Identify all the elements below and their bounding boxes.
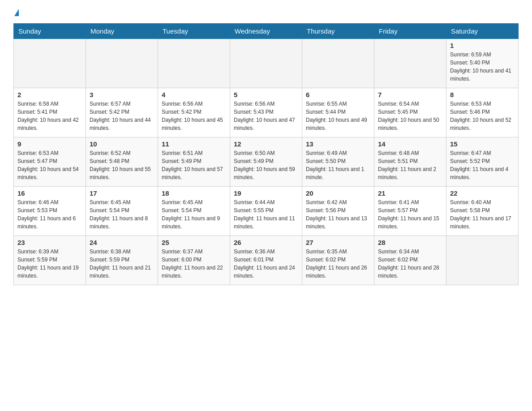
day-info: Sunrise: 6:55 AMSunset: 5:44 PMDaylight:… (306, 100, 370, 132)
day-info: Sunrise: 6:34 AMSunset: 6:02 PMDaylight:… (378, 248, 442, 280)
day-info: Sunrise: 6:52 AMSunset: 5:48 PMDaylight:… (90, 149, 154, 181)
day-info: Sunrise: 6:47 AMSunset: 5:52 PMDaylight:… (450, 149, 515, 181)
day-info: Sunrise: 6:35 AMSunset: 6:02 PMDaylight:… (306, 248, 370, 280)
day-number: 22 (450, 189, 515, 197)
calendar-cell: 7Sunrise: 6:54 AMSunset: 5:45 PMDaylight… (374, 88, 446, 137)
calendar-cell: 4Sunrise: 6:56 AMSunset: 5:42 PMDaylight… (158, 88, 230, 137)
day-info: Sunrise: 6:37 AMSunset: 6:00 PMDaylight:… (162, 248, 226, 280)
calendar-cell: 10Sunrise: 6:52 AMSunset: 5:48 PMDayligh… (86, 137, 158, 187)
day-header-thursday: Thursday (302, 24, 374, 39)
day-info: Sunrise: 6:58 AMSunset: 5:41 PMDaylight:… (17, 100, 82, 132)
calendar-cell (302, 39, 374, 88)
calendar-cell: 6Sunrise: 6:55 AMSunset: 5:44 PMDaylight… (302, 88, 374, 137)
calendar-cell: 13Sunrise: 6:49 AMSunset: 5:50 PMDayligh… (302, 137, 374, 187)
day-number: 20 (306, 189, 370, 197)
calendar-cell: 18Sunrise: 6:45 AMSunset: 5:54 PMDayligh… (158, 187, 230, 236)
day-number: 25 (162, 239, 226, 246)
day-info: Sunrise: 6:56 AMSunset: 5:42 PMDaylight:… (162, 100, 226, 132)
calendar-cell (374, 39, 446, 88)
calendar-cell (86, 39, 158, 88)
day-number: 11 (162, 140, 226, 148)
day-number: 8 (450, 91, 515, 98)
day-info: Sunrise: 6:49 AMSunset: 5:50 PMDaylight:… (306, 149, 370, 181)
day-number: 17 (90, 189, 154, 197)
calendar-cell: 15Sunrise: 6:47 AMSunset: 5:52 PMDayligh… (446, 137, 519, 187)
day-info: Sunrise: 6:56 AMSunset: 5:43 PMDaylight:… (234, 100, 298, 132)
day-number: 24 (90, 239, 154, 246)
calendar-cell: 1Sunrise: 6:59 AMSunset: 5:40 PMDaylight… (446, 39, 519, 88)
day-info: Sunrise: 6:40 AMSunset: 5:58 PMDaylight:… (450, 198, 515, 231)
day-number: 12 (234, 140, 298, 148)
day-number: 7 (378, 91, 442, 98)
day-info: Sunrise: 6:48 AMSunset: 5:51 PMDaylight:… (378, 149, 442, 181)
day-header-saturday: Saturday (446, 24, 519, 39)
calendar-cell: 14Sunrise: 6:48 AMSunset: 5:51 PMDayligh… (374, 137, 446, 187)
day-number: 5 (234, 91, 298, 98)
calendar-cell: 27Sunrise: 6:35 AMSunset: 6:02 PMDayligh… (302, 236, 374, 285)
day-number: 13 (306, 140, 370, 148)
calendar-table: SundayMondayTuesdayWednesdayThursdayFrid… (13, 23, 519, 285)
day-info: Sunrise: 6:53 AMSunset: 5:46 PMDaylight:… (450, 100, 515, 132)
calendar-cell: 26Sunrise: 6:36 AMSunset: 6:01 PMDayligh… (230, 236, 302, 285)
day-number: 21 (378, 189, 442, 197)
calendar-cell: 21Sunrise: 6:41 AMSunset: 5:57 PMDayligh… (374, 187, 446, 236)
day-number: 14 (378, 140, 442, 148)
day-number: 16 (17, 189, 82, 197)
calendar-cell: 16Sunrise: 6:46 AMSunset: 5:53 PMDayligh… (14, 187, 86, 236)
day-number: 19 (234, 189, 298, 197)
calendar-cell: 20Sunrise: 6:42 AMSunset: 5:56 PMDayligh… (302, 187, 374, 236)
page-header (13, 9, 519, 16)
day-header-wednesday: Wednesday (230, 24, 302, 39)
day-info: Sunrise: 6:46 AMSunset: 5:53 PMDaylight:… (17, 198, 82, 231)
day-info: Sunrise: 6:42 AMSunset: 5:56 PMDaylight:… (306, 198, 370, 231)
calendar-cell: 3Sunrise: 6:57 AMSunset: 5:42 PMDaylight… (86, 88, 158, 137)
calendar-cell (230, 39, 302, 88)
day-number: 26 (234, 239, 298, 246)
day-number: 18 (162, 189, 226, 197)
calendar-week-row: 2Sunrise: 6:58 AMSunset: 5:41 PMDaylight… (14, 88, 519, 137)
day-number: 10 (90, 140, 154, 148)
day-info: Sunrise: 6:44 AMSunset: 5:55 PMDaylight:… (234, 198, 298, 231)
calendar-cell: 25Sunrise: 6:37 AMSunset: 6:00 PMDayligh… (158, 236, 230, 285)
calendar-cell: 11Sunrise: 6:51 AMSunset: 5:49 PMDayligh… (158, 137, 230, 187)
calendar-header-row: SundayMondayTuesdayWednesdayThursdayFrid… (14, 24, 519, 39)
day-info: Sunrise: 6:45 AMSunset: 5:54 PMDaylight:… (162, 198, 226, 231)
calendar-cell: 28Sunrise: 6:34 AMSunset: 6:02 PMDayligh… (374, 236, 446, 285)
calendar-cell (446, 236, 519, 285)
day-info: Sunrise: 6:59 AMSunset: 5:40 PMDaylight:… (450, 51, 515, 83)
calendar-cell: 22Sunrise: 6:40 AMSunset: 5:58 PMDayligh… (446, 187, 519, 236)
calendar-cell: 8Sunrise: 6:53 AMSunset: 5:46 PMDaylight… (446, 88, 519, 137)
day-info: Sunrise: 6:39 AMSunset: 5:59 PMDaylight:… (17, 248, 82, 280)
day-number: 3 (90, 91, 154, 98)
logo-triangle-icon (14, 9, 19, 16)
calendar-cell (158, 39, 230, 88)
day-number: 27 (306, 239, 370, 246)
day-header-monday: Monday (86, 24, 158, 39)
calendar-week-row: 1Sunrise: 6:59 AMSunset: 5:40 PMDaylight… (14, 39, 519, 88)
calendar-cell: 23Sunrise: 6:39 AMSunset: 5:59 PMDayligh… (14, 236, 86, 285)
day-info: Sunrise: 6:36 AMSunset: 6:01 PMDaylight:… (234, 248, 298, 280)
day-header-sunday: Sunday (14, 24, 86, 39)
day-number: 4 (162, 91, 226, 98)
calendar-cell: 9Sunrise: 6:53 AMSunset: 5:47 PMDaylight… (14, 137, 86, 187)
calendar-week-row: 9Sunrise: 6:53 AMSunset: 5:47 PMDaylight… (14, 137, 519, 187)
day-info: Sunrise: 6:57 AMSunset: 5:42 PMDaylight:… (90, 100, 154, 132)
calendar-cell: 19Sunrise: 6:44 AMSunset: 5:55 PMDayligh… (230, 187, 302, 236)
logo (13, 9, 19, 16)
day-number: 2 (17, 91, 82, 98)
day-number: 23 (17, 239, 82, 246)
calendar-cell: 5Sunrise: 6:56 AMSunset: 5:43 PMDaylight… (230, 88, 302, 137)
calendar-week-row: 16Sunrise: 6:46 AMSunset: 5:53 PMDayligh… (14, 187, 519, 236)
calendar-cell: 17Sunrise: 6:45 AMSunset: 5:54 PMDayligh… (86, 187, 158, 236)
day-info: Sunrise: 6:38 AMSunset: 5:59 PMDaylight:… (90, 248, 154, 280)
calendar-cell: 12Sunrise: 6:50 AMSunset: 5:49 PMDayligh… (230, 137, 302, 187)
day-info: Sunrise: 6:53 AMSunset: 5:47 PMDaylight:… (17, 149, 82, 181)
day-header-friday: Friday (374, 24, 446, 39)
day-info: Sunrise: 6:51 AMSunset: 5:49 PMDaylight:… (162, 149, 226, 181)
day-number: 15 (450, 140, 515, 148)
calendar-week-row: 23Sunrise: 6:39 AMSunset: 5:59 PMDayligh… (14, 236, 519, 285)
calendar-cell: 2Sunrise: 6:58 AMSunset: 5:41 PMDaylight… (14, 88, 86, 137)
day-info: Sunrise: 6:50 AMSunset: 5:49 PMDaylight:… (234, 149, 298, 181)
calendar-cell (14, 39, 86, 88)
day-number: 9 (17, 140, 82, 148)
